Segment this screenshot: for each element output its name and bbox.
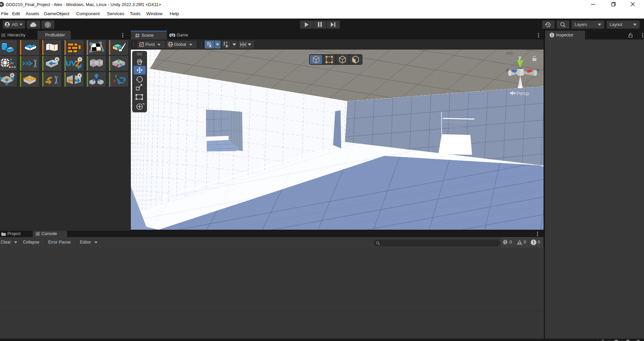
svg-text:x: x: [537, 68, 539, 72]
svg-text:y: y: [519, 55, 521, 60]
svg-text:X: X: [209, 44, 212, 48]
svg-text:Persp: Persp: [517, 91, 529, 96]
svg-text:z: z: [506, 68, 508, 72]
svg-text:UV: UV: [66, 59, 76, 67]
svg-text:D: D: [47, 23, 49, 26]
